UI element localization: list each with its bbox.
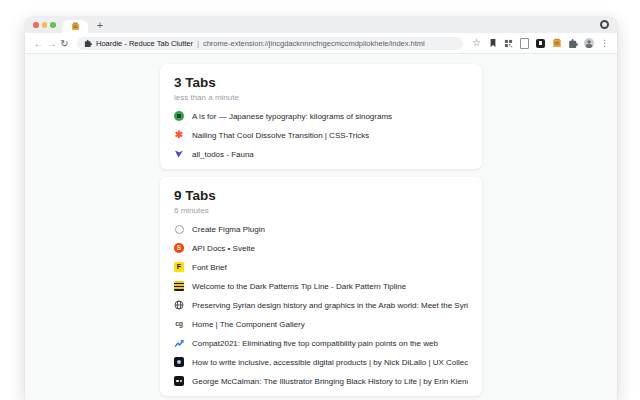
extension-page-icon [84, 39, 92, 47]
bookmark-extension-icon[interactable] [487, 37, 498, 49]
globe-favicon [174, 300, 184, 310]
extensions-puzzle-icon[interactable] [567, 37, 578, 49]
svelte-favicon: S [174, 243, 184, 253]
saved-tab-row[interactable]: cg Home | The Component Gallery [174, 319, 468, 329]
address-bar[interactable]: Hoardie - Reduce Tab Clutter | chrome-ex… [77, 37, 463, 50]
hoardie-folder-icon [71, 22, 80, 31]
minimize-window-button[interactable] [42, 22, 48, 28]
saved-tab-title: API Docs • Svelte [192, 244, 255, 253]
address-separator: | [197, 39, 199, 48]
saved-tab-title: Font Brief [192, 263, 227, 272]
saved-tab-row[interactable]: Compat2021: Eliminating five top compati… [174, 338, 468, 348]
dark-patterns-tipline-favicon [174, 281, 184, 291]
bookmark-star-icon[interactable]: ☆ [471, 37, 482, 49]
saved-tab-title: Home | The Component Gallery [192, 320, 305, 329]
font-brief-favicon: F [174, 262, 184, 272]
dark-square-extension-icon[interactable] [535, 37, 546, 49]
a-is-for-favicon [174, 111, 184, 121]
saved-tab-row[interactable]: F Font Brief [174, 262, 468, 272]
figma-plugin-favicon [174, 224, 184, 234]
saved-tab-title: Nailing That Cool Dissolve Transition | … [192, 131, 369, 140]
group-title: 3 Tabs [174, 75, 468, 90]
saved-tab-row[interactable]: Preserving Syrian design history and gra… [174, 300, 468, 310]
tab-search-icon[interactable] [600, 20, 609, 29]
fauna-favicon [174, 149, 184, 159]
hoardie-extension-icon[interactable] [551, 37, 562, 49]
browser-toolbar: ← → ↻ Hoardie - Reduce Tab Clutter | chr… [25, 33, 617, 54]
group-title: 9 Tabs [174, 188, 468, 203]
saved-tab-row[interactable]: How to write inclusive, accessible digit… [174, 357, 468, 367]
saved-tab-row[interactable]: ✱ Nailing That Cool Dissolve Transition … [174, 130, 468, 140]
compat-chart-favicon [174, 338, 184, 348]
group-age: less than a minute [174, 93, 468, 102]
browser-window: + ← → ↻ Hoardie - Reduce Tab Clutter | c… [25, 17, 617, 400]
copy-document-extension-icon[interactable] [519, 37, 530, 49]
back-icon[interactable]: ← [32, 38, 45, 49]
reload-icon[interactable]: ↻ [58, 38, 71, 49]
more-menu-icon[interactable]: ⋮ [599, 37, 610, 49]
toolbar-actions: ☆ ⋮ [471, 37, 610, 49]
saved-tab-row[interactable]: S API Docs • Svelte [174, 243, 468, 253]
tab-groups-list: 3 Tabs less than a minute A is for — Jap… [160, 54, 482, 396]
ux-collective-favicon [174, 357, 184, 367]
tab-group-card: 3 Tabs less than a minute A is for — Jap… [160, 64, 482, 169]
zoom-window-button[interactable] [50, 22, 56, 28]
hoardie-page[interactable]: 3 Tabs less than a minute A is for — Jap… [25, 54, 617, 400]
tab-group-card: 9 Tabs 6 minutes Create Figma Plugin S A… [160, 177, 482, 396]
saved-tab-title: Compat2021: Eliminating five top compati… [192, 339, 438, 348]
component-gallery-favicon: cg [174, 319, 184, 329]
saved-tab-row[interactable]: A is for — Japanese typography: kilogram… [174, 111, 468, 121]
saved-tab-row[interactable]: all_todos - Fauna [174, 149, 468, 159]
profile-avatar[interactable] [583, 37, 594, 49]
traffic-lights [33, 22, 56, 28]
address-url: chrome-extension://jincgdacknnncfngecmcc… [203, 39, 425, 48]
new-tab-button[interactable]: + [93, 18, 107, 32]
saved-tab-title: Preserving Syrian design history and gra… [192, 301, 468, 310]
saved-tab-title: all_todos - Fauna [192, 150, 254, 159]
tab-strip: + [25, 17, 617, 33]
saved-tab-title: George McCalman: The Illustrator Bringin… [192, 377, 468, 386]
saved-tab-title: How to write inclusive, accessible digit… [192, 358, 468, 367]
grid-extension-icon[interactable] [503, 37, 514, 49]
indeed-design-favicon [174, 376, 184, 386]
saved-tab-row[interactable]: Welcome to the Dark Patterns Tip Line - … [174, 281, 468, 291]
css-tricks-favicon: ✱ [174, 130, 184, 140]
browser-tab-hoardie[interactable] [62, 20, 88, 33]
forward-icon[interactable]: → [45, 38, 58, 49]
saved-tab-title: A is for — Japanese typography: kilogram… [192, 112, 392, 121]
saved-tab-title: Create Figma Plugin [192, 225, 265, 234]
saved-tab-row[interactable]: George McCalman: The Illustrator Bringin… [174, 376, 468, 386]
saved-tab-row[interactable]: Create Figma Plugin [174, 224, 468, 234]
group-age: 6 minutes [174, 206, 468, 215]
saved-tab-title: Welcome to the Dark Patterns Tip Line - … [192, 282, 406, 291]
address-page-title: Hoardie - Reduce Tab Clutter [96, 39, 193, 48]
close-window-button[interactable] [33, 22, 39, 28]
